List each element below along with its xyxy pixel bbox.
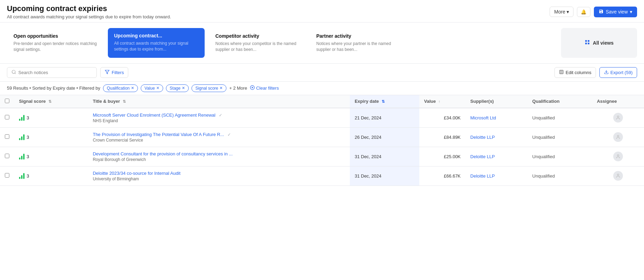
svg-rect-2 [585, 43, 587, 45]
expiry-date-cell: 21 Dec, 2024 [350, 108, 419, 128]
search-box [7, 67, 97, 78]
row-checkbox-cell [0, 108, 14, 128]
signal-bar-2 [21, 156, 22, 160]
notifications-button[interactable]: 🔔 [577, 7, 590, 17]
col-expiry-date[interactable]: Expiry date ⇅ [350, 95, 419, 108]
signal-bar-3 [23, 115, 25, 121]
row-checkbox[interactable] [5, 115, 9, 119]
avatar [613, 113, 623, 123]
all-views-card[interactable]: All views [561, 28, 637, 58]
row-checkbox-cell [0, 127, 14, 147]
assignee-cell [592, 147, 644, 166]
expiry-date-cell: 31 Dec, 2024 [350, 166, 419, 186]
nav-card-open-opportunities[interactable]: Open opportunities Pre-tender and open t… [7, 28, 104, 58]
filter-chip-stage[interactable]: Stage ✕ [166, 84, 189, 92]
sort-icon: ⇅ [123, 99, 126, 104]
select-all-checkbox[interactable] [5, 99, 9, 103]
signal-score-value: 3 [27, 173, 29, 179]
notice-title-link[interactable]: Development Consultant for the provision… [93, 151, 233, 156]
expiry-date-cell: 26 Dec, 2024 [350, 127, 419, 147]
signal-bar-3 [23, 154, 25, 160]
nav-card-competitor-activity[interactable]: Competitor activity Notices where your c… [209, 28, 306, 58]
toolbar: Filters Edit columns Export (59) [0, 64, 644, 82]
remove-filter-icon[interactable]: ✕ [156, 86, 159, 90]
svg-rect-0 [585, 40, 587, 42]
search-input[interactable] [18, 70, 92, 75]
remove-filter-icon[interactable]: ✕ [220, 86, 223, 90]
filter-chip-signal-score[interactable]: Signal score ✕ [192, 84, 226, 92]
sort-icon: ⇅ [382, 99, 385, 104]
qualification-cell: Unqualified [528, 147, 592, 166]
value-cell: £25.00K [419, 147, 466, 166]
assignee-cell [592, 127, 644, 147]
row-checkbox[interactable] [5, 134, 9, 139]
supplier-cell[interactable]: Deloitte LLP [466, 127, 528, 147]
avatar [613, 132, 623, 142]
nav-card-desc: All contract awards matching your signal… [114, 40, 198, 52]
clear-filters-button[interactable]: Clear filters [250, 85, 279, 91]
title-buyer-cell: Microsoft Server Cloud Enrolment (SCE) A… [88, 108, 349, 128]
filter-bar: 59 Results • Sorted by Expiry date • Fil… [0, 82, 644, 95]
col-assignee: Assignee [592, 95, 644, 108]
signal-bars [19, 115, 25, 121]
assignee-cell [592, 108, 644, 128]
clear-icon [250, 85, 255, 91]
save-icon [599, 9, 604, 15]
filters-button[interactable]: Filters [100, 67, 128, 78]
nav-cards: Open opportunities Pre-tender and open t… [0, 22, 644, 64]
col-value[interactable]: Value ↑ [419, 95, 466, 108]
nav-card-partner-activity[interactable]: Partner activity Notices where your part… [310, 28, 407, 58]
title-buyer-cell: The Provision of Investigating The Poten… [88, 127, 349, 147]
notice-title-link[interactable]: Microsoft Server Cloud Enrolment (SCE) A… [93, 112, 215, 118]
page-title: Upcoming contract expiries [7, 4, 171, 13]
nav-card-desc: Notices where your partner is the named … [316, 41, 400, 53]
buyer-name: University of Birmingham [93, 177, 345, 181]
edit-columns-button[interactable]: Edit columns [554, 67, 596, 78]
row-checkbox[interactable] [5, 154, 9, 158]
export-button[interactable]: Export (59) [599, 67, 637, 78]
row-checkbox[interactable] [5, 173, 9, 178]
remove-filter-icon[interactable]: ✕ [131, 86, 134, 90]
col-qualification: Qualification [528, 95, 592, 108]
svg-point-14 [617, 116, 619, 118]
notice-title-link[interactable]: The Provision of Investigating The Poten… [93, 132, 224, 137]
more-button[interactable]: More ▾ [550, 7, 573, 17]
nav-card-upcoming-contract[interactable]: Upcoming contract... All contract awards… [108, 28, 205, 58]
signal-bar-2 [21, 136, 22, 140]
qualification-cell: Unqualified [528, 166, 592, 186]
signal-bar-1 [19, 177, 20, 179]
nav-card-desc: Pre-tender and open tender notices match… [13, 41, 97, 53]
svg-rect-7 [560, 70, 563, 74]
filter-chip-qualification[interactable]: Qualification ✕ [103, 84, 138, 92]
qualification-cell: Unqualified [528, 127, 592, 147]
remove-filter-icon[interactable]: ✕ [182, 86, 185, 90]
notice-title-link[interactable]: Deloitte 2023/34 co-source for Internal … [93, 171, 180, 176]
check-icon: ✓ [227, 132, 231, 137]
svg-line-5 [15, 73, 16, 74]
expiry-date-cell: 31 Dec, 2024 [350, 147, 419, 166]
supplier-cell[interactable]: Microsoft Ltd [466, 108, 528, 128]
save-view-button[interactable]: Save view ▾ [594, 7, 637, 17]
svg-rect-1 [588, 40, 589, 42]
col-title-buyer[interactable]: Title & buyer ⇅ [88, 95, 349, 108]
buyer-name: NHS England [93, 118, 345, 123]
signal-bar-2 [21, 117, 22, 121]
signal-bars [19, 153, 25, 160]
filter-chip-value[interactable]: Value ✕ [141, 84, 163, 92]
supplier-cell[interactable]: Deloitte LLP [466, 147, 528, 166]
supplier-cell[interactable]: Deloitte LLP [466, 166, 528, 186]
svg-point-17 [617, 174, 619, 176]
col-signal-score[interactable]: Signal score ⇅ [14, 95, 88, 108]
avatar [613, 171, 623, 181]
sort-icon: ⇅ [48, 99, 52, 104]
nav-card-title: Partner activity [316, 33, 400, 39]
row-checkbox-cell [0, 147, 14, 166]
qualification-cell: Unqualified [528, 108, 592, 128]
sort-icon: ↑ [438, 99, 440, 103]
chevron-down-icon: ▾ [630, 9, 632, 15]
signal-bar-1 [19, 119, 20, 121]
signal-bar-3 [23, 173, 25, 179]
all-views-label: All views [593, 40, 614, 46]
value-cell: £66.67K [419, 166, 466, 186]
top-bar: Upcoming contract expiries All contract … [0, 0, 644, 22]
